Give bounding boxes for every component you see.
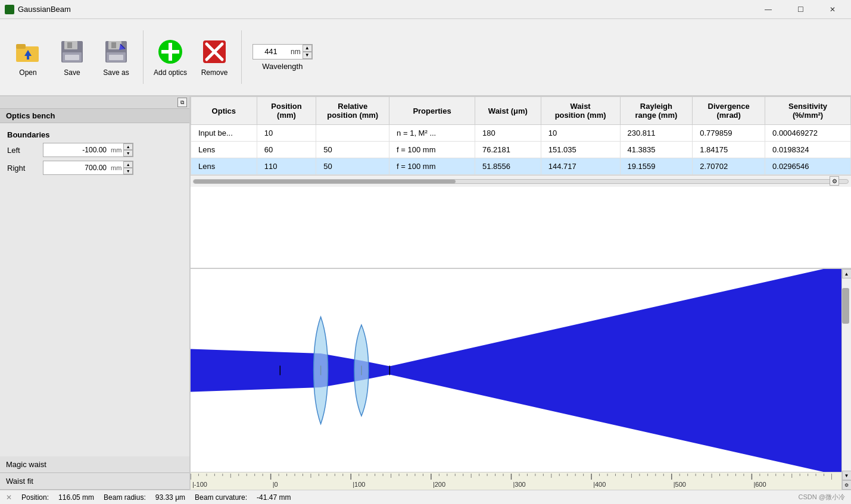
left-boundary-label: Left: [7, 146, 43, 155]
svg-text:|500: |500: [674, 481, 686, 488]
optics-table-container: Optics Position(mm) Relativeposition (mm…: [191, 96, 851, 269]
svg-text:|100: |100: [353, 481, 365, 488]
wavelength-spin: ▲ ▼: [303, 45, 312, 59]
right-boundary-spin-down[interactable]: ▼: [123, 168, 133, 174]
right-boundary-row: Right mm ▲ ▼: [7, 161, 182, 175]
right-boundary-input-wrap: mm ▲ ▼: [43, 161, 133, 175]
col-header-optics: Optics: [191, 97, 257, 125]
radius-label: Beam radius:: [104, 493, 146, 502]
save-button[interactable]: Save: [51, 24, 93, 90]
svg-text:|-100: |-100: [192, 481, 207, 488]
open-button[interactable]: Open: [7, 24, 49, 90]
table-cell-waist: 51.8556: [475, 158, 541, 175]
left-boundary-spin: ▲ ▼: [123, 143, 133, 156]
table-row[interactable]: Input be...10n = 1, M² ...18010230.8110.…: [191, 125, 851, 142]
ruler-svg: |-100|0|100|200|300|400|500|600|700: [191, 474, 832, 490]
vscroll: ▲ ▼ ⚙: [841, 269, 851, 490]
left-boundary-input[interactable]: [43, 143, 109, 156]
left-boundary-spin-up[interactable]: ▲: [123, 143, 133, 150]
statusbar: ✕ Position: 116.05 mm Beam radius: 93.33…: [0, 490, 851, 504]
titlebar: GaussianBeam — ☐ ✕: [0, 0, 851, 19]
vscroll-settings[interactable]: ⚙: [842, 480, 852, 490]
wavelength-spin-down[interactable]: ▼: [303, 52, 312, 59]
toolbar: Open Save: [0, 19, 851, 96]
right-area: Optics Position(mm) Relativeposition (mm…: [191, 96, 851, 490]
table-cell-waistpos: 10: [541, 125, 620, 142]
table-cell-position: 60: [257, 142, 316, 158]
saveas-button[interactable]: Save as: [95, 24, 137, 90]
remove-button[interactable]: Remove: [194, 24, 235, 90]
curvature-label: Beam curvature:: [195, 493, 247, 502]
col-header-properties: Properties: [389, 97, 475, 125]
saveas-label: Save as: [103, 68, 129, 77]
maximize-button[interactable]: ☐: [787, 0, 814, 19]
saveas-icon: [102, 37, 130, 66]
table-cell-divergence: 1.84175: [693, 142, 765, 158]
col-header-position: Position(mm): [257, 97, 316, 125]
position-value: 116.05 mm: [58, 493, 94, 502]
table-row[interactable]: Lens6050f = 100 mm76.2181151.03541.38351…: [191, 142, 851, 158]
position-label: Position:: [21, 493, 49, 502]
status-pin-icon: ✕: [6, 493, 12, 502]
col-header-waistpos: Waistposition (mm): [541, 97, 620, 125]
table-row[interactable]: Lens11050f = 100 mm51.8556144.71719.1559…: [191, 158, 851, 175]
svg-rect-8: [65, 55, 79, 60]
hscroll-bar: ⚙: [191, 175, 851, 187]
optics-table: Optics Position(mm) Relativeposition (mm…: [191, 96, 851, 175]
vscroll-thumb[interactable]: [842, 288, 849, 324]
col-header-rayleigh: Rayleighrange (mm): [620, 97, 693, 125]
left-panel: ⧉ Optics bench Boundaries Left mm ▲ ▼: [0, 96, 191, 490]
app-title: GaussianBeam: [18, 5, 755, 14]
table-cell-divergence: 2.70702: [693, 158, 765, 175]
open-label: Open: [19, 68, 36, 77]
panel-restore-button[interactable]: ⧉: [177, 98, 187, 107]
svg-text:|0: |0: [273, 481, 278, 488]
left-boundary-unit: mm: [109, 146, 123, 154]
toolbar-separator-2: [241, 30, 242, 84]
optics-bench-content: Boundaries Left mm ▲ ▼ Right: [0, 123, 189, 187]
table-cell-divergence: 0.779859: [693, 125, 765, 142]
vscroll-up[interactable]: ▲: [842, 269, 852, 278]
wavelength-unit: nm: [289, 48, 303, 56]
waist-fit-item[interactable]: Waist fit: [0, 473, 189, 490]
table-cell-sensitivity: 0.000469272: [765, 125, 851, 142]
table-cell-relposition: 50: [316, 142, 389, 158]
boundaries-label: Boundaries: [7, 130, 182, 139]
open-icon: [14, 37, 42, 66]
close-button[interactable]: ✕: [819, 0, 846, 19]
svg-rect-13: [109, 55, 123, 60]
svg-text:|400: |400: [593, 481, 606, 488]
table-cell-properties: f = 100 mm: [389, 142, 475, 158]
vscroll-down[interactable]: ▼: [842, 471, 852, 480]
remove-icon: [200, 37, 229, 66]
ruler: |-100|0|100|200|300|400|500|600|700: [191, 472, 841, 490]
hscroll-end-btn[interactable]: ⚙: [830, 176, 839, 186]
svg-rect-6: [67, 42, 72, 48]
right-boundary-input[interactable]: [43, 161, 109, 174]
table-cell-position: 10: [257, 125, 316, 142]
svg-rect-3: [27, 55, 29, 60]
add-optics-button[interactable]: Add optics: [149, 24, 191, 90]
waist-fit-label: Waist fit: [6, 477, 33, 486]
table-cell-rayleigh: 230.811: [620, 125, 693, 142]
toolbar-separator-1: [143, 30, 144, 84]
wavelength-spin-up[interactable]: ▲: [303, 45, 312, 52]
col-header-waist: Waist (μm): [475, 97, 541, 125]
hscroll-thumb[interactable]: [194, 180, 456, 183]
minimize-button[interactable]: —: [755, 0, 782, 19]
right-boundary-spin-up[interactable]: ▲: [123, 161, 133, 168]
table-cell-optics: Input be...: [191, 125, 257, 142]
attribution: CSDN @微小冷: [799, 493, 845, 502]
col-header-divergence: Divergence(mrad): [693, 97, 765, 125]
panel-header: ⧉: [0, 96, 189, 109]
magic-waist-label: Magic waist: [6, 460, 46, 469]
panel-spacer: [0, 187, 189, 456]
svg-text:|600: |600: [753, 481, 766, 488]
radius-value: 93.33 μm: [155, 493, 185, 502]
table-cell-relposition: [316, 125, 389, 142]
left-boundary-spin-down[interactable]: ▼: [123, 150, 133, 156]
curvature-value: -41.47 mm: [257, 493, 291, 502]
table-cell-waist: 180: [475, 125, 541, 142]
magic-waist-item[interactable]: Magic waist: [0, 456, 189, 473]
wavelength-input[interactable]: [253, 45, 289, 59]
